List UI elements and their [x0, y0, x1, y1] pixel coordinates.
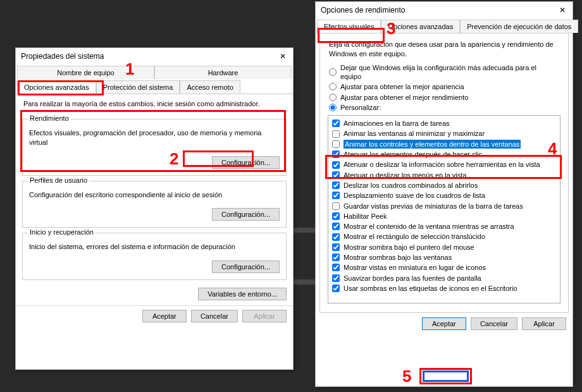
perfopt-title: Opciones de rendimiento: [321, 6, 405, 15]
visual-effect-label: Mostrar sombras bajo las ventanas: [344, 253, 452, 262]
sysprops-apply-button[interactable]: Aplicar: [242, 310, 287, 322]
visual-effect-item[interactable]: Mostrar sombra bajo el puntero del mouse: [332, 242, 556, 252]
visual-effect-item[interactable]: Animar los controles y elementos dentro …: [332, 139, 556, 149]
visual-effect-item[interactable]: Deslizar los cuadros combinados al abrir…: [332, 180, 556, 190]
visual-effect-label: Animaciones en la barra de tareas: [344, 119, 450, 128]
radio-custom[interactable]: Personalizar:: [329, 102, 559, 113]
visual-effect-item[interactable]: Mostrar el rectángulo de selección trans…: [332, 231, 556, 242]
visual-effect-label: Mostrar el rectángulo de selección trans…: [344, 232, 485, 241]
radio-best-performance-input[interactable]: [329, 94, 337, 101]
annotation-number-4: 4: [548, 139, 557, 159]
visual-effect-label: Mostrar sombra bajo el puntero del mouse: [344, 243, 474, 252]
close-icon[interactable]: ✕: [557, 6, 567, 15]
perfopt-apply-button[interactable]: Aplicar: [522, 317, 566, 330]
visual-effect-checkbox[interactable]: [332, 243, 340, 251]
visual-effect-item[interactable]: Animaciones en la barra de tareas: [332, 118, 556, 128]
inicio-legend: Inicio y recuperación: [28, 228, 96, 236]
visual-effect-label: Usar sombras en las etiquetas de iconos …: [344, 284, 517, 293]
radio-windows-decide-input[interactable]: [329, 68, 337, 76]
tab-proteccion-sistema[interactable]: Protección del sistema: [96, 80, 180, 94]
radio-best-performance[interactable]: Ajustar para obtener el mejor rendimient…: [329, 92, 559, 102]
visual-effect-item[interactable]: Suavizar bordes para las fuentes de pant…: [332, 273, 556, 283]
visual-effect-checkbox[interactable]: [332, 119, 340, 127]
fieldset-perfiles: Perfiles de usuario Configuración del es…: [22, 181, 287, 228]
inicio-text: Inicio del sistema, errores del sistema …: [29, 238, 280, 258]
visual-effect-checkbox[interactable]: [332, 130, 340, 138]
annotation-box-4: [325, 155, 562, 179]
visual-effect-item[interactable]: Mostrar sombras bajo las ventanas: [332, 252, 556, 262]
visual-effect-checkbox[interactable]: [332, 202, 340, 210]
visual-effect-item[interactable]: Animar las ventanas al minimizar y maxim…: [332, 128, 556, 138]
sysprops-ok-button[interactable]: Aceptar: [142, 310, 187, 322]
visual-effect-label: Animar las ventanas al minimizar y maxim…: [344, 129, 485, 138]
perfopt-cancel-button[interactable]: Cancelar: [471, 317, 517, 330]
annotation-number-1: 1: [125, 59, 134, 79]
radio-custom-label: Personalizar:: [340, 103, 381, 112]
annotation-box-5-inner: [423, 371, 469, 382]
performance-options-dialog: Opciones de rendimiento ✕ Efectos visual…: [315, 1, 573, 387]
visual-effect-checkbox[interactable]: [332, 140, 340, 148]
visual-effect-item[interactable]: Mostrar vistas en miniatura en lugar de …: [332, 262, 556, 273]
radio-custom-input[interactable]: [329, 104, 337, 111]
close-icon[interactable]: ✕: [278, 52, 288, 61]
visual-effect-item[interactable]: Habilitar Peek: [332, 211, 556, 221]
visual-effect-checkbox[interactable]: [332, 192, 340, 199]
perfiles-config-button[interactable]: Configuración...: [212, 208, 280, 221]
visual-effects-list[interactable]: Animaciones en la barra de tareasAnimar …: [328, 115, 560, 303]
env-vars-button[interactable]: Variables de entorno...: [198, 288, 287, 300]
inicio-config-button[interactable]: Configuración...: [212, 260, 280, 273]
visual-effect-label: Deslizar los cuadros combinados al abrir…: [344, 181, 478, 190]
visual-effect-checkbox[interactable]: [332, 223, 340, 230]
sysprops-footer: Aceptar Cancelar Aplicar: [16, 305, 293, 328]
perfiles-text: Configuración del escritorio correspondi…: [29, 187, 280, 206]
visual-effect-item[interactable]: Usar sombras en las etiquetas de iconos …: [332, 283, 556, 293]
visual-effect-item[interactable]: Mostrar el contenido de la ventana mient…: [332, 221, 556, 231]
visual-effect-label: Mostrar vistas en miniatura en lugar de …: [344, 263, 486, 272]
radio-best-appearance-label: Ajustar para obtener la mejor apariencia: [340, 82, 464, 91]
sysprops-title: Propiedades del sistema: [21, 52, 104, 61]
visual-effect-checkbox[interactable]: [332, 254, 340, 261]
annotation-box-2-inner: [183, 150, 254, 167]
fieldset-inicio: Inicio y recuperación Inicio del sistema…: [22, 233, 287, 280]
visual-effect-checkbox[interactable]: [332, 274, 340, 282]
visual-effect-label: Habilitar Peek: [344, 212, 387, 221]
tab-hardware[interactable]: Hardware: [154, 66, 292, 79]
sysprops-tabs-row-top: Nombre de equipo Hardware: [16, 66, 293, 79]
annotation-box-1: [18, 80, 104, 95]
visual-effect-checkbox[interactable]: [332, 212, 340, 220]
perfiles-legend: Perfiles de usuario: [28, 176, 89, 184]
visual-effect-checkbox[interactable]: [332, 285, 340, 292]
perfopt-footer: Aceptar Cancelar Aplicar: [316, 313, 573, 335]
radio-best-appearance[interactable]: Ajustar para obtener la mejor apariencia: [329, 82, 559, 92]
radio-best-performance-label: Ajustar para obtener el mejor rendimient…: [340, 93, 468, 102]
sysprops-cancel-button[interactable]: Cancelar: [191, 310, 238, 322]
visual-effect-checkbox[interactable]: [332, 233, 340, 241]
annotation-number-3: 3: [387, 19, 395, 39]
visual-effect-checkbox[interactable]: [332, 264, 340, 271]
annotation-box-3: [318, 28, 385, 43]
visual-effect-item[interactable]: Guardar vistas previas de miniaturas de …: [332, 201, 556, 211]
sysprops-title-bar: Propiedades del sistema ✕: [16, 48, 293, 64]
radio-windows-decide-label: Dejar que Windows elija la configuración…: [340, 63, 559, 82]
visual-effect-label: Animar los controles y elementos dentro …: [344, 140, 521, 149]
tab-acceso-remoto[interactable]: Acceso remoto: [180, 80, 240, 94]
radio-best-appearance-input[interactable]: [329, 83, 337, 90]
visual-effect-label: Desplazamiento suave de los cuadros de l…: [344, 191, 485, 200]
annotation-number-2: 2: [170, 149, 178, 169]
system-properties-dialog: Propiedades del sistema ✕ Nombre de equi…: [15, 47, 294, 370]
visual-effect-label: Mostrar el contenido de la ventana mient…: [344, 222, 514, 231]
visual-effect-checkbox[interactable]: [332, 181, 340, 189]
tab-dep[interactable]: Prevención de ejecución de datos: [460, 20, 578, 33]
perfopt-ok-button[interactable]: Aceptar: [422, 317, 466, 330]
perfopt-title-bar: Opciones de rendimiento ✕: [316, 2, 573, 18]
radio-windows-decide[interactable]: Dejar que Windows elija la configuración…: [329, 63, 559, 82]
visual-effect-label: Suavizar bordes para las fuentes de pant…: [344, 274, 481, 283]
visual-effect-item[interactable]: Desplazamiento suave de los cuadros de l…: [332, 190, 556, 200]
visual-effect-label: Guardar vistas previas de miniaturas de …: [344, 202, 523, 211]
annotation-number-5: 5: [402, 367, 411, 386]
